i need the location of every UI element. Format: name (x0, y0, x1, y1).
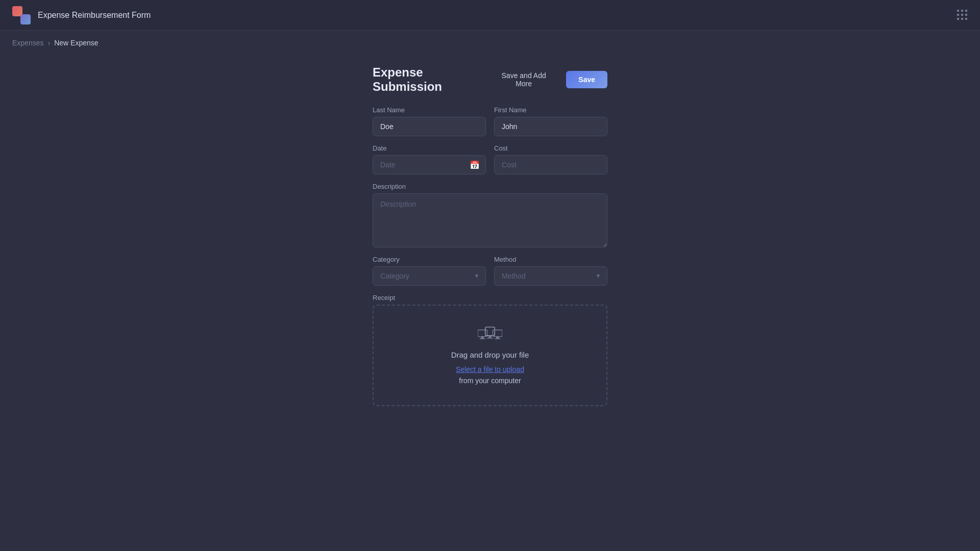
calendar-icon[interactable]: 📅 (470, 160, 480, 170)
last-name-label: Last Name (373, 106, 486, 114)
receipt-upload-area[interactable]: Drag and drop your file Select a file to… (373, 305, 607, 406)
category-label: Category (373, 256, 486, 263)
last-name-input[interactable] (373, 117, 486, 136)
main-content: Expense Submission Save and Add More Sav… (0, 55, 980, 406)
app-header: Expense Reimbursement Form (0, 0, 980, 31)
breadcrumb-current: New Expense (54, 39, 98, 47)
name-row: Last Name First Name (373, 106, 607, 136)
form-header-actions: Save and Add More Save (489, 67, 607, 92)
select-file-link[interactable]: Select a file to upload (456, 365, 524, 373)
from-computer-text: from your computer (459, 377, 521, 385)
svg-rect-4 (488, 336, 492, 338)
date-input[interactable] (373, 155, 486, 174)
svg-rect-7 (496, 337, 499, 339)
svg-rect-2 (480, 338, 485, 339)
header-left: Expense Reimbursement Form (12, 6, 151, 24)
breadcrumb-expenses-link[interactable]: Expenses (12, 39, 43, 47)
app-logo (12, 6, 31, 24)
cost-group: Cost (494, 144, 607, 174)
drag-drop-text: Drag and drop your file (451, 350, 529, 359)
date-wrapper: 📅 (373, 155, 486, 174)
svg-rect-1 (481, 337, 484, 339)
form-container: Expense Submission Save and Add More Sav… (373, 65, 607, 406)
method-select-wrapper: Method ▼ (494, 266, 607, 286)
grid-menu-icon[interactable] (957, 10, 968, 20)
cost-label: Cost (494, 144, 607, 152)
cost-input[interactable] (494, 155, 607, 174)
method-label: Method (494, 256, 607, 263)
receipt-label: Receipt (373, 294, 607, 302)
category-select-wrapper: Category ▼ (373, 266, 486, 286)
last-name-group: Last Name (373, 106, 486, 136)
form-title: Expense Submission (373, 65, 489, 94)
date-group: Date 📅 (373, 144, 486, 174)
description-textarea[interactable] (373, 193, 607, 247)
app-title: Expense Reimbursement Form (38, 11, 151, 20)
description-group: Description (373, 183, 607, 247)
upload-icon (478, 326, 502, 344)
breadcrumb-separator: › (47, 39, 50, 47)
category-group: Category Category ▼ (373, 256, 486, 286)
method-group: Method Method ▼ (494, 256, 607, 286)
first-name-label: First Name (494, 106, 607, 114)
first-name-group: First Name (494, 106, 607, 136)
description-label: Description (373, 183, 607, 190)
form-header: Expense Submission Save and Add More Sav… (373, 65, 607, 94)
date-label: Date (373, 144, 486, 152)
first-name-input[interactable] (494, 117, 607, 136)
category-select[interactable]: Category (373, 266, 486, 286)
receipt-group: Receipt (373, 294, 607, 406)
date-cost-row: Date 📅 Cost (373, 144, 607, 174)
category-method-row: Category Category ▼ Method Method ▼ (373, 256, 607, 286)
save-add-more-button[interactable]: Save and Add More (489, 67, 558, 92)
logo-bottom (20, 14, 31, 24)
svg-rect-5 (487, 338, 494, 338)
method-select[interactable]: Method (494, 266, 607, 286)
breadcrumb: Expenses › New Expense (0, 31, 980, 55)
svg-rect-8 (495, 338, 500, 339)
save-button[interactable]: Save (566, 71, 607, 88)
svg-rect-3 (485, 327, 495, 336)
